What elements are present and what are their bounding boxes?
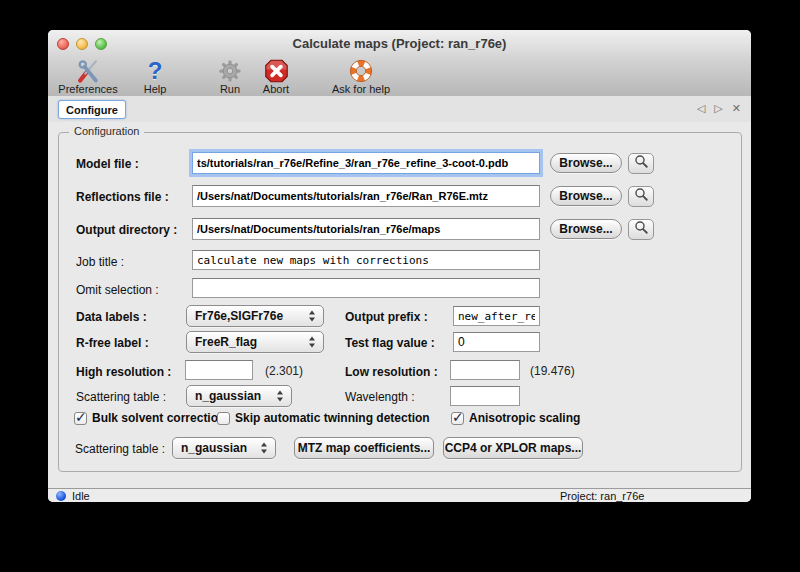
omit-selection-input[interactable] — [192, 278, 540, 298]
status-text: Idle — [72, 490, 90, 502]
toolbar-item-label: Help — [144, 84, 167, 95]
toolbar-item-label: Run — [220, 84, 240, 95]
ccp4-xplor-maps-button[interactable]: CCP4 or XPLOR maps... — [443, 437, 583, 459]
r-free-label-value: FreeR_flag — [195, 335, 257, 349]
app-window: Calculate maps (Project: ran_r76e) Prefe… — [48, 30, 751, 502]
output-directory-view-button[interactable] — [628, 219, 654, 240]
magnifier-icon — [634, 220, 649, 239]
tab-strip: Configure ◁ ▷ ✕ — [48, 96, 751, 123]
model-file-input[interactable] — [192, 152, 540, 174]
reflections-file-label: Reflections file : — [76, 190, 169, 204]
tab-prev-icon[interactable]: ◁ — [697, 102, 705, 115]
groupbox-title: Configuration — [69, 125, 144, 137]
low-resolution-hint: (19.476) — [530, 364, 575, 378]
run-button[interactable]: Run — [212, 57, 248, 96]
model-file-label: Model file : — [76, 157, 139, 171]
stepper-arrows-icon — [309, 311, 316, 322]
reflections-file-browse-button[interactable]: Browse... — [550, 186, 622, 206]
scattering-table-label: Scattering table : — [76, 390, 166, 404]
checkbox-icon[interactable] — [217, 412, 230, 425]
window-title: Calculate maps (Project: ran_r76e) — [48, 36, 751, 51]
checkbox-icon[interactable] — [74, 412, 87, 425]
high-resolution-hint: (2.301) — [265, 364, 303, 378]
status-indicator-icon — [56, 491, 66, 501]
scattering-table2-dropdown[interactable]: n_gaussian — [172, 437, 276, 459]
high-resolution-label: High resolution : — [76, 365, 171, 379]
scattering-table-dropdown[interactable]: n_gaussian — [186, 385, 292, 407]
job-title-input[interactable] — [192, 250, 540, 270]
job-title-label: Job title : — [76, 255, 124, 269]
low-resolution-input[interactable] — [450, 360, 520, 380]
checkbox-label: Bulk solvent correction — [92, 411, 225, 425]
bulk-solvent-correction-checkbox[interactable]: Bulk solvent correction — [74, 411, 225, 425]
tab-next-icon[interactable]: ▷ — [714, 102, 722, 115]
r-free-label-dropdown[interactable]: FreeR_flag — [186, 331, 324, 353]
stepper-arrows-icon — [309, 337, 316, 348]
toolbar: Preferences ? Help — [48, 58, 751, 97]
stop-icon — [263, 58, 290, 84]
question-icon: ? — [148, 58, 163, 84]
title-bar: Calculate maps (Project: ran_r76e) — [48, 30, 751, 59]
model-file-view-button[interactable] — [628, 153, 654, 174]
output-prefix-label: Output prefix : — [345, 310, 428, 324]
ask-for-help-button[interactable]: Ask for help — [324, 57, 398, 96]
scattering-table2-label: Scattering table : — [75, 442, 165, 456]
project-label: Project: ran_r76e — [560, 490, 644, 502]
wavelength-input[interactable] — [450, 386, 520, 406]
abort-button[interactable]: Abort — [254, 57, 298, 96]
tab-configure[interactable]: Configure — [58, 100, 126, 119]
stepper-arrows-icon — [261, 443, 268, 454]
low-resolution-label: Low resolution : — [345, 365, 438, 379]
toolbar-item-label: Preferences — [58, 84, 117, 95]
gear-icon — [217, 58, 243, 84]
checkbox-label: Anisotropic scaling — [469, 411, 580, 425]
status-bar: Idle Project: ran_r76e — [48, 488, 751, 502]
test-flag-value-input[interactable] — [453, 332, 540, 352]
lifesaver-icon — [348, 58, 374, 84]
tools-icon — [74, 58, 102, 84]
reflections-file-view-button[interactable] — [628, 186, 654, 207]
data-labels-dropdown[interactable]: Fr76e,SIGFr76e — [186, 305, 324, 327]
toolbar-item-label: Ask for help — [332, 84, 390, 95]
output-directory-input[interactable] — [192, 218, 540, 240]
checkbox-icon[interactable] — [451, 412, 464, 425]
data-labels-value: Fr76e,SIGFr76e — [195, 309, 283, 323]
anisotropic-scaling-checkbox[interactable]: Anisotropic scaling — [451, 411, 580, 425]
skip-twinning-detection-checkbox[interactable]: Skip automatic twinning detection — [217, 411, 430, 425]
tab-navigation: ◁ ▷ ✕ — [697, 102, 741, 115]
mtz-map-coefficients-button[interactable]: MTZ map coefficients... — [294, 437, 434, 459]
scattering-table2-value: n_gaussian — [181, 441, 247, 455]
model-file-browse-button[interactable]: Browse... — [550, 153, 622, 173]
data-labels-label: Data labels : — [76, 310, 147, 324]
magnifier-icon — [634, 187, 649, 206]
magnifier-icon — [634, 154, 649, 173]
output-directory-browse-button[interactable]: Browse... — [550, 219, 622, 239]
wavelength-label: Wavelength : — [345, 390, 415, 404]
high-resolution-input[interactable] — [185, 360, 253, 380]
help-button[interactable]: ? Help — [138, 57, 172, 96]
test-flag-value-label: Test flag value : — [345, 336, 435, 350]
r-free-label-label: R-free label : — [76, 336, 149, 350]
checkbox-label: Skip automatic twinning detection — [235, 411, 430, 425]
stepper-arrows-icon — [277, 391, 284, 402]
output-prefix-input[interactable] — [453, 306, 540, 326]
omit-selection-label: Omit selection : — [76, 283, 159, 297]
output-directory-label: Output directory : — [76, 223, 177, 237]
reflections-file-input[interactable] — [192, 185, 540, 207]
scattering-table-value: n_gaussian — [195, 389, 261, 403]
toolbar-item-label: Abort — [263, 84, 289, 95]
preferences-button[interactable]: Preferences — [56, 57, 120, 96]
configuration-panel: Configuration Model file : Browse... Ref… — [48, 122, 751, 488]
tab-close-icon[interactable]: ✕ — [732, 102, 741, 115]
screenshot-stage: Calculate maps (Project: ran_r76e) Prefe… — [0, 0, 800, 572]
